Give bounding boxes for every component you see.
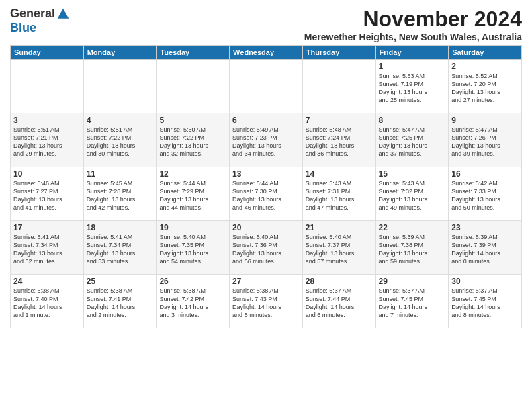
day-number: 17 (13, 223, 81, 232)
day-info: Sunrise: 5:39 AM Sunset: 7:39 PM Dayligh… (451, 233, 519, 266)
header-wednesday: Wednesday (230, 46, 303, 60)
calendar-cell: 20Sunrise: 5:40 AM Sunset: 7:36 PM Dayli… (230, 221, 303, 275)
calendar-cell: 29Sunrise: 5:37 AM Sunset: 7:45 PM Dayli… (375, 275, 449, 328)
logo-general-text: General (10, 7, 55, 21)
calendar-cell: 11Sunrise: 5:45 AM Sunset: 7:28 PM Dayli… (83, 167, 157, 221)
day-info: Sunrise: 5:39 AM Sunset: 7:38 PM Dayligh… (379, 233, 446, 266)
calendar-cell: 16Sunrise: 5:42 AM Sunset: 7:33 PM Dayli… (449, 167, 522, 221)
day-number: 11 (87, 169, 154, 179)
day-info: Sunrise: 5:38 AM Sunset: 7:41 PM Dayligh… (87, 287, 154, 320)
day-number: 21 (306, 223, 373, 232)
calendar-cell: 15Sunrise: 5:43 AM Sunset: 7:32 PM Dayli… (375, 167, 449, 221)
month-title: November 2024 (70, 7, 522, 32)
day-info: Sunrise: 5:42 AM Sunset: 7:33 PM Dayligh… (451, 179, 519, 212)
day-info: Sunrise: 5:38 AM Sunset: 7:42 PM Dayligh… (159, 287, 226, 320)
day-info: Sunrise: 5:41 AM Sunset: 7:34 PM Dayligh… (87, 233, 154, 266)
header-friday: Friday (375, 46, 449, 60)
calendar-cell: 30Sunrise: 5:37 AM Sunset: 7:45 PM Dayli… (449, 275, 522, 328)
calendar-cell: 2Sunrise: 5:52 AM Sunset: 7:20 PM Daylig… (449, 60, 522, 113)
day-info: Sunrise: 5:44 AM Sunset: 7:29 PM Dayligh… (159, 179, 226, 212)
day-info: Sunrise: 5:50 AM Sunset: 7:22 PM Dayligh… (159, 126, 226, 158)
calendar-cell (11, 60, 84, 113)
day-number: 22 (379, 223, 446, 232)
calendar-cell: 26Sunrise: 5:38 AM Sunset: 7:42 PM Dayli… (157, 275, 230, 328)
day-info: Sunrise: 5:47 AM Sunset: 7:26 PM Dayligh… (451, 126, 519, 158)
title-section: November 2024 Merewether Heights, New So… (70, 7, 522, 42)
day-info: Sunrise: 5:38 AM Sunset: 7:40 PM Dayligh… (13, 287, 81, 320)
calendar-cell: 27Sunrise: 5:38 AM Sunset: 7:43 PM Dayli… (230, 275, 303, 328)
calendar-cell: 13Sunrise: 5:44 AM Sunset: 7:30 PM Dayli… (230, 167, 303, 221)
svg-marker-0 (58, 8, 69, 18)
calendar-week-5: 24Sunrise: 5:38 AM Sunset: 7:40 PM Dayli… (11, 275, 522, 328)
day-number: 7 (306, 116, 373, 125)
calendar-week-4: 17Sunrise: 5:41 AM Sunset: 7:34 PM Dayli… (11, 221, 522, 275)
day-info: Sunrise: 5:38 AM Sunset: 7:43 PM Dayligh… (232, 287, 300, 320)
day-number: 1 (379, 62, 446, 71)
day-info: Sunrise: 5:37 AM Sunset: 7:44 PM Dayligh… (306, 287, 373, 320)
calendar-cell (157, 60, 230, 113)
calendar-cell: 25Sunrise: 5:38 AM Sunset: 7:41 PM Dayli… (83, 275, 157, 328)
header-tuesday: Tuesday (157, 46, 230, 60)
calendar-cell: 4Sunrise: 5:51 AM Sunset: 7:22 PM Daylig… (83, 113, 157, 167)
header-monday: Monday (83, 46, 157, 60)
header: General Blue November 2024 Merewether He… (10, 7, 522, 42)
day-number: 6 (232, 116, 300, 125)
header-thursday: Thursday (302, 46, 375, 60)
day-info: Sunrise: 5:44 AM Sunset: 7:30 PM Dayligh… (232, 179, 300, 212)
calendar-table: Sunday Monday Tuesday Wednesday Thursday… (10, 45, 522, 328)
day-info: Sunrise: 5:40 AM Sunset: 7:37 PM Dayligh… (306, 233, 373, 266)
header-sunday: Sunday (11, 46, 84, 60)
day-info: Sunrise: 5:41 AM Sunset: 7:34 PM Dayligh… (13, 233, 81, 266)
location-title: Merewether Heights, New South Wales, Aus… (70, 32, 522, 42)
calendar-cell: 1Sunrise: 5:53 AM Sunset: 7:19 PM Daylig… (375, 60, 449, 113)
calendar-cell: 8Sunrise: 5:47 AM Sunset: 7:25 PM Daylig… (375, 113, 449, 167)
calendar-cell: 17Sunrise: 5:41 AM Sunset: 7:34 PM Dayli… (11, 221, 84, 275)
day-info: Sunrise: 5:43 AM Sunset: 7:32 PM Dayligh… (379, 179, 446, 212)
calendar-cell: 24Sunrise: 5:38 AM Sunset: 7:40 PM Dayli… (11, 275, 84, 328)
page-container: General Blue November 2024 Merewether He… (0, 0, 532, 411)
day-number: 9 (451, 116, 519, 125)
day-number: 24 (13, 277, 81, 286)
day-info: Sunrise: 5:45 AM Sunset: 7:28 PM Dayligh… (87, 179, 154, 212)
calendar-cell: 28Sunrise: 5:37 AM Sunset: 7:44 PM Dayli… (302, 275, 375, 328)
day-number: 5 (159, 116, 226, 125)
calendar-week-3: 10Sunrise: 5:46 AM Sunset: 7:27 PM Dayli… (11, 167, 522, 221)
day-number: 2 (451, 62, 519, 71)
day-number: 19 (159, 223, 226, 232)
day-info: Sunrise: 5:51 AM Sunset: 7:21 PM Dayligh… (13, 126, 81, 158)
day-number: 3 (13, 116, 81, 125)
day-number: 10 (13, 169, 81, 179)
calendar-cell: 21Sunrise: 5:40 AM Sunset: 7:37 PM Dayli… (302, 221, 375, 275)
day-info: Sunrise: 5:49 AM Sunset: 7:23 PM Dayligh… (232, 126, 300, 158)
day-info: Sunrise: 5:47 AM Sunset: 7:25 PM Dayligh… (379, 126, 446, 158)
logo-icon (56, 7, 70, 21)
day-info: Sunrise: 5:48 AM Sunset: 7:24 PM Dayligh… (306, 126, 373, 158)
day-number: 16 (451, 169, 519, 179)
day-number: 14 (306, 169, 373, 179)
day-info: Sunrise: 5:46 AM Sunset: 7:27 PM Dayligh… (13, 179, 81, 212)
weekday-header-row: Sunday Monday Tuesday Wednesday Thursday… (11, 46, 522, 60)
calendar-cell: 5Sunrise: 5:50 AM Sunset: 7:22 PM Daylig… (157, 113, 230, 167)
day-number: 27 (232, 277, 300, 286)
day-number: 12 (159, 169, 226, 179)
calendar-cell: 6Sunrise: 5:49 AM Sunset: 7:23 PM Daylig… (230, 113, 303, 167)
day-info: Sunrise: 5:53 AM Sunset: 7:19 PM Dayligh… (379, 72, 446, 105)
calendar-cell: 3Sunrise: 5:51 AM Sunset: 7:21 PM Daylig… (11, 113, 84, 167)
day-info: Sunrise: 5:51 AM Sunset: 7:22 PM Dayligh… (87, 126, 154, 158)
calendar-cell: 22Sunrise: 5:39 AM Sunset: 7:38 PM Dayli… (375, 221, 449, 275)
day-number: 18 (87, 223, 154, 232)
day-info: Sunrise: 5:37 AM Sunset: 7:45 PM Dayligh… (379, 287, 446, 320)
day-number: 13 (232, 169, 300, 179)
calendar-cell: 10Sunrise: 5:46 AM Sunset: 7:27 PM Dayli… (11, 167, 84, 221)
day-number: 23 (451, 223, 519, 232)
day-info: Sunrise: 5:40 AM Sunset: 7:36 PM Dayligh… (232, 233, 300, 266)
day-number: 26 (159, 277, 226, 286)
calendar-cell: 7Sunrise: 5:48 AM Sunset: 7:24 PM Daylig… (302, 113, 375, 167)
day-number: 28 (306, 277, 373, 286)
day-number: 4 (87, 116, 154, 125)
logo-blue-text: Blue (10, 21, 36, 35)
day-info: Sunrise: 5:37 AM Sunset: 7:45 PM Dayligh… (451, 287, 519, 320)
calendar-cell: 14Sunrise: 5:43 AM Sunset: 7:31 PM Dayli… (302, 167, 375, 221)
calendar-cell: 9Sunrise: 5:47 AM Sunset: 7:26 PM Daylig… (449, 113, 522, 167)
calendar-cell: 18Sunrise: 5:41 AM Sunset: 7:34 PM Dayli… (83, 221, 157, 275)
